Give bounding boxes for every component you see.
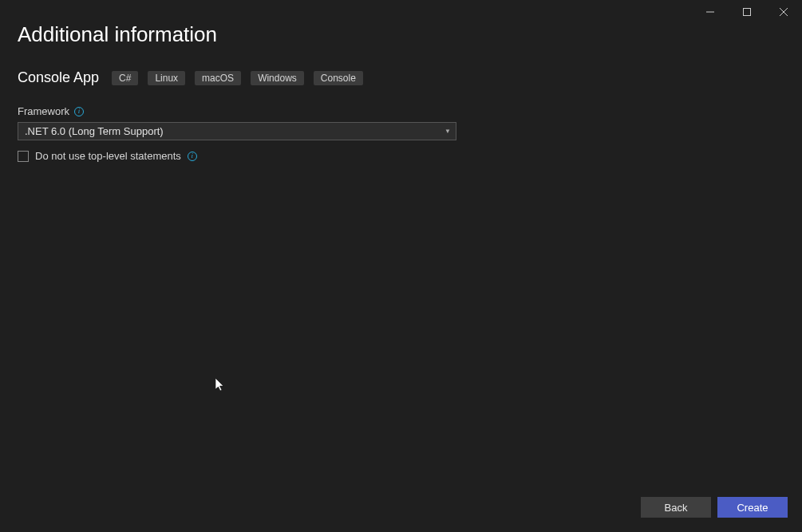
cursor-icon <box>215 378 227 392</box>
tag-language: C# <box>112 71 138 85</box>
tag-platform: Linux <box>148 71 185 85</box>
svg-rect-1 <box>744 9 751 16</box>
info-icon[interactable]: i <box>74 107 84 116</box>
footer-buttons: Back Create <box>641 497 788 518</box>
page-title: Additional information <box>18 22 784 47</box>
create-button[interactable]: Create <box>717 497 788 518</box>
top-level-statements-label: Do not use top-level statements <box>35 150 181 162</box>
info-icon[interactable]: i <box>188 152 197 161</box>
minimize-button[interactable] <box>692 0 729 24</box>
tag-platform: Windows <box>251 71 304 85</box>
framework-dropdown[interactable]: .NET 6.0 (Long Term Support) ▼ <box>18 122 456 140</box>
maximize-button[interactable] <box>729 0 765 24</box>
close-button[interactable] <box>765 0 802 24</box>
project-header-row: Console App C# Linux macOS Windows Conso… <box>18 69 784 86</box>
top-level-statements-row: Do not use top-level statements i <box>18 150 784 162</box>
project-name: Console App <box>18 69 99 86</box>
top-level-statements-checkbox[interactable] <box>18 151 29 162</box>
main-content: Additional information Console App C# Li… <box>0 0 802 162</box>
window-controls <box>692 0 802 24</box>
framework-selected-value: .NET 6.0 (Long Term Support) <box>25 125 164 137</box>
framework-label-row: Framework i <box>18 105 784 117</box>
chevron-down-icon: ▼ <box>444 128 451 135</box>
tag-type: Console <box>314 71 363 85</box>
tag-platform: macOS <box>195 71 241 85</box>
back-button[interactable]: Back <box>641 497 711 518</box>
framework-label: Framework <box>18 105 69 117</box>
